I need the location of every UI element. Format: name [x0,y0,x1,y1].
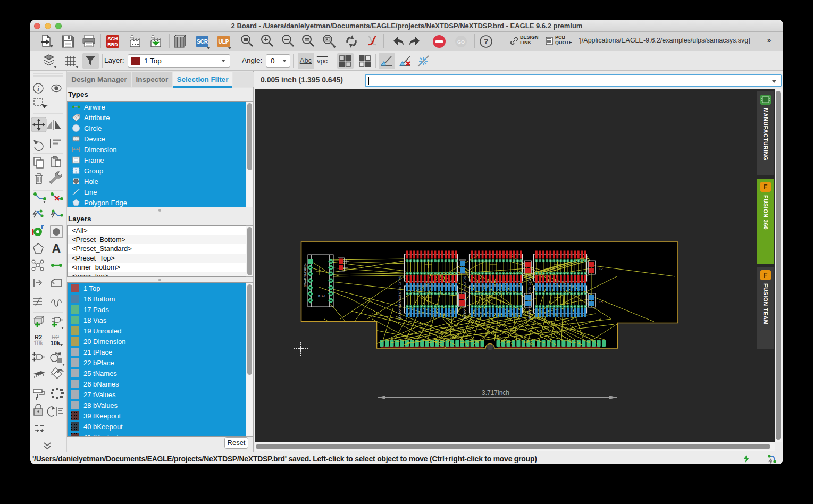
svg-text:SCH: SCH [107,36,118,41]
svg-text:i: i [37,85,39,93]
svg-text:BRD: BRD [107,42,118,47]
svg-text:/FX BKY4NFX4DXTSRAM EXTDS: /FX BKY4NFX4DXTSRAM EXTDS [398,276,401,319]
svg-text:K3-1: K3-1 [318,294,326,298]
svg-text:C5: C5 [599,300,603,304]
svg-text:F: F [764,272,768,279]
svg-text:10k: 10k [33,340,43,346]
svg-text:3.717inch: 3.717inch [482,389,509,397]
svg-text:?: ? [484,37,489,46]
svg-text:C2: C2 [599,267,603,271]
svg-text:vpc: vpc [317,57,328,65]
svg-text:SWAP:SMDIP24: SWAP:SMDIP24 [304,263,307,287]
svg-text:GO: GO [457,39,465,45]
svg-text:10k: 10k [51,340,61,346]
svg-text:Abc: Abc [300,56,312,64]
svg-text:F: F [764,183,768,191]
svg-text:SCR: SCR [197,39,208,45]
svg-text:A: A [52,241,61,256]
svg-text:ULP: ULP [219,39,229,45]
